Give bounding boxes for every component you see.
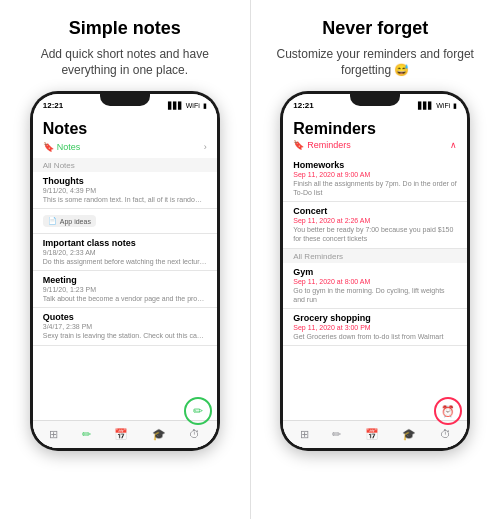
edit-icon: ✏ bbox=[82, 428, 91, 441]
r-tab-clock[interactable]: ⏱ bbox=[440, 428, 451, 441]
tab-clock[interactable]: ⏱ bbox=[189, 428, 200, 441]
reminders-tab-bar: ⊞ ✏ 📅 🎓 ⏱ bbox=[283, 420, 467, 448]
green-fab-ring: ✏ bbox=[184, 397, 212, 425]
clock-icon: ⏱ bbox=[189, 428, 200, 440]
reminder-concert-title: Concert bbox=[293, 206, 457, 216]
note-thoughts-title: Thoughts bbox=[43, 176, 207, 186]
note-classnotes-meta: 9/18/20, 2:33 AM bbox=[43, 249, 207, 256]
right-status-bar: 12:21 ▋▋▋ WiFi ▮ bbox=[283, 94, 467, 114]
all-reminders-label: All Reminders bbox=[283, 249, 467, 263]
left-panel-title: Simple notes bbox=[69, 18, 181, 40]
note-item-thoughts[interactable]: Thoughts 9/11/20, 4:39 PM This is some r… bbox=[33, 172, 217, 209]
notes-app-title: Notes bbox=[43, 120, 207, 138]
note-item-classnotes[interactable]: Important class notes 9/18/20, 2:33 AM D… bbox=[33, 234, 217, 271]
r-battery-icon: ▮ bbox=[453, 102, 457, 110]
notes-category-label: 🔖 Notes bbox=[43, 142, 81, 152]
r-grid-icon: ⊞ bbox=[300, 428, 309, 441]
reminder-grocery-preview: Get Groceries down from to-do list from … bbox=[293, 332, 457, 341]
reminder-item-homeworks[interactable]: Homeworks Sep 11, 2020 at 9:00 AM Finish… bbox=[283, 156, 467, 202]
bookmark-icon: 🔖 bbox=[43, 142, 54, 152]
reminder-item-grocery[interactable]: Grocery shopping Sep 11, 2020 at 3:00 PM… bbox=[283, 309, 467, 346]
reminders-screen: Reminders 🔖 Reminders ∧ Homeworks Sep 11… bbox=[283, 114, 467, 448]
r-tab-folder[interactable]: 🎓 bbox=[402, 428, 416, 442]
tab-grid[interactable]: ⊞ bbox=[49, 428, 58, 442]
signal-icon: ▋▋▋ bbox=[168, 102, 183, 110]
reminders-app-title: Reminders bbox=[293, 120, 457, 138]
left-status-time: 12:21 bbox=[43, 101, 63, 110]
tab-calendar[interactable]: 📅 bbox=[114, 428, 128, 442]
reminder-homeworks-preview: Finish all the assignments by 7pm. Do in… bbox=[293, 179, 457, 197]
right-panel: Never forget Customize your reminders an… bbox=[251, 0, 501, 519]
note-item-quotes[interactable]: Quotes 3/4/17, 2:38 PM Sexy train is lea… bbox=[33, 308, 217, 345]
r-signal-icon: ▋▋▋ bbox=[418, 102, 433, 110]
note-classnotes-title: Important class notes bbox=[43, 238, 207, 248]
grid-icon: ⊞ bbox=[49, 428, 58, 441]
r-folder-icon: 🎓 bbox=[402, 428, 416, 441]
right-panel-subtitle: Customize your reminders and forget forg… bbox=[265, 46, 487, 80]
right-status-time: 12:21 bbox=[293, 101, 313, 110]
note-classnotes-preview: Do this assignment before watching the n… bbox=[43, 257, 207, 266]
r-tab-grid[interactable]: ⊞ bbox=[300, 428, 309, 442]
r-clock-icon: ⏱ bbox=[440, 428, 451, 440]
r-wifi-icon: WiFi bbox=[436, 102, 450, 109]
r-tab-calendar[interactable]: 📅 bbox=[365, 428, 379, 442]
left-panel: Simple notes Add quick short notes and h… bbox=[0, 0, 250, 519]
folder-icon: 🎓 bbox=[152, 428, 166, 441]
notes-tab-bar: ⊞ ✏ 📅 🎓 ⏱ bbox=[33, 420, 217, 448]
note-quotes-meta: 3/4/17, 2:38 PM bbox=[43, 323, 207, 330]
tab-folder[interactable]: 🎓 bbox=[152, 428, 166, 442]
reminders-category-row: 🔖 Reminders ∧ bbox=[293, 138, 457, 152]
rem-chevron-up-icon: ∧ bbox=[450, 140, 457, 150]
note-quotes-title: Quotes bbox=[43, 312, 207, 322]
tab-edit[interactable]: ✏ bbox=[82, 428, 91, 442]
right-notch bbox=[350, 94, 400, 106]
note-quotes-preview: Sexy train is leaving the station. Check… bbox=[43, 331, 207, 340]
left-phone: 12:21 ▋▋▋ WiFi ▮ Notes 🔖 Notes › bbox=[30, 91, 220, 451]
reminders-header: Reminders 🔖 Reminders ∧ bbox=[283, 114, 467, 156]
notes-screen: Notes 🔖 Notes › All Notes Thoughts 9/11/… bbox=[33, 114, 217, 448]
note-item-meeting[interactable]: Meeting 9/11/20, 1:23 PM Talk about the … bbox=[33, 271, 217, 308]
reminder-gym-date: Sep 11, 2020 at 8:00 AM bbox=[293, 278, 457, 285]
document-icon: 📄 bbox=[48, 217, 57, 225]
r-edit-icon: ✏ bbox=[332, 428, 341, 441]
note-thoughts-preview: This is some random text. In fact, all o… bbox=[43, 195, 207, 204]
r-tab-edit[interactable]: ✏ bbox=[332, 428, 341, 442]
fab-alarm-icon[interactable]: ⏰ bbox=[441, 405, 455, 418]
reminder-homeworks-title: Homeworks bbox=[293, 160, 457, 170]
notch bbox=[100, 94, 150, 106]
all-notes-label: All Notes bbox=[33, 158, 217, 172]
rem-category-label: 🔖 Reminders bbox=[293, 140, 351, 150]
wifi-icon: WiFi bbox=[186, 102, 200, 109]
fab-pencil-icon[interactable]: ✏ bbox=[193, 404, 203, 418]
chevron-right-icon: › bbox=[204, 142, 207, 152]
left-status-icons: ▋▋▋ WiFi ▮ bbox=[168, 102, 207, 110]
notes-header: Notes 🔖 Notes › bbox=[33, 114, 217, 158]
right-panel-title: Never forget bbox=[322, 18, 428, 40]
note-item-appideas[interactable]: 📄 App ideas bbox=[33, 209, 217, 234]
reminder-item-gym[interactable]: Gym Sep 11, 2020 at 8:00 AM Go to gym in… bbox=[283, 263, 467, 309]
reminder-gym-preview: Go to gym in the morning. Do cycling, li… bbox=[293, 286, 457, 304]
note-meeting-title: Meeting bbox=[43, 275, 207, 285]
left-panel-subtitle: Add quick short notes and have everythin… bbox=[14, 46, 236, 80]
note-thoughts-meta: 9/11/20, 4:39 PM bbox=[43, 187, 207, 194]
reminder-item-concert[interactable]: Concert Sep 11, 2020 at 2:26 AM You bett… bbox=[283, 202, 467, 248]
right-status-icons: ▋▋▋ WiFi ▮ bbox=[418, 102, 457, 110]
note-appideas-title: App ideas bbox=[60, 218, 91, 225]
notes-category-row: 🔖 Notes › bbox=[43, 140, 207, 154]
reminder-concert-date: Sep 11, 2020 at 2:26 AM bbox=[293, 217, 457, 224]
reminder-grocery-title: Grocery shopping bbox=[293, 313, 457, 323]
calendar-icon: 📅 bbox=[114, 428, 128, 441]
battery-icon: ▮ bbox=[203, 102, 207, 110]
reminder-homeworks-date: Sep 11, 2020 at 9:00 AM bbox=[293, 171, 457, 178]
note-meeting-meta: 9/11/20, 1:23 PM bbox=[43, 286, 207, 293]
reminder-gym-title: Gym bbox=[293, 267, 457, 277]
note-attachment: 📄 App ideas bbox=[43, 215, 96, 227]
reminder-grocery-date: Sep 11, 2020 at 3:00 PM bbox=[293, 324, 457, 331]
r-calendar-icon: 📅 bbox=[365, 428, 379, 441]
reminder-concert-preview: You better be ready by 7:00 because you … bbox=[293, 225, 457, 243]
note-meeting-preview: Talk about the become a vendor page and … bbox=[43, 294, 207, 303]
right-phone: 12:21 ▋▋▋ WiFi ▮ Reminders 🔖 Reminders bbox=[280, 91, 470, 451]
rem-bookmark-icon: 🔖 bbox=[293, 140, 304, 150]
left-status-bar: 12:21 ▋▋▋ WiFi ▮ bbox=[33, 94, 217, 114]
